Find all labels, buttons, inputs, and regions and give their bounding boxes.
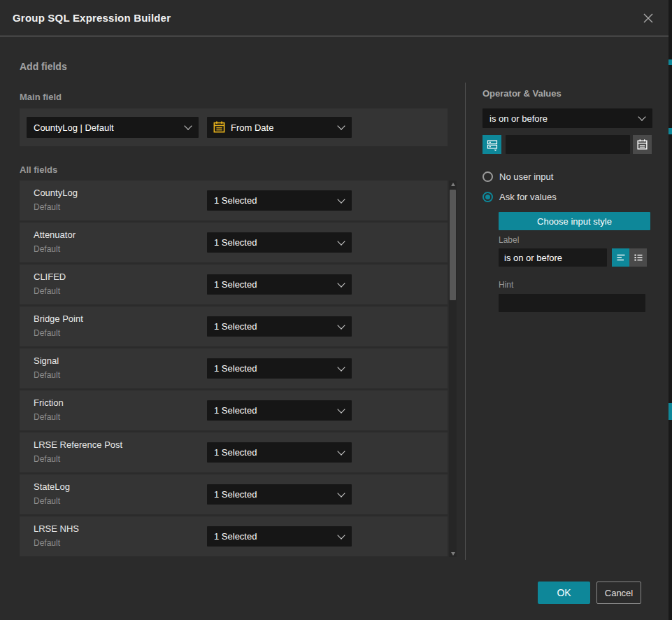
main-field-heading: Main field [20, 92, 62, 102]
field-selection-select[interactable]: 1 Selected [207, 526, 352, 547]
field-selection-value: 1 Selected [214, 531, 257, 542]
field-row: Friction Default 1 Selected [20, 390, 448, 430]
radio-no-user-input-label: No user input [499, 171, 553, 182]
plain-text-style-button[interactable] [612, 248, 629, 267]
scrollbar-thumb[interactable] [450, 190, 456, 300]
field-selection-value: 1 Selected [214, 321, 257, 332]
all-fields-list: CountyLog Default 1 Selected Attenuator … [20, 181, 448, 558]
field-name: LRSE Reference Post [34, 439, 122, 450]
scroll-down-arrow[interactable] [449, 550, 457, 557]
field-selection-select[interactable]: 1 Selected [207, 274, 352, 295]
label-field-label: Label [499, 235, 519, 245]
field-name: Bridge Point [34, 313, 83, 324]
field-name: Attenuator [34, 230, 76, 240]
main-layer-select-value: CountyLog | Default [34, 122, 114, 133]
field-row: StateLog Default 1 Selected [20, 474, 448, 514]
chevron-down-icon [337, 447, 345, 455]
group-sql-expression-builder-dialog: Group SQL Expression Builder Add fields … [0, 0, 672, 620]
input-type-icon [486, 139, 499, 151]
chevron-down-icon [337, 321, 345, 329]
list-style-button[interactable] [629, 248, 647, 267]
radio-ask-for-values-label: Ask for values [499, 192, 557, 202]
background-app-edge [669, 0, 672, 620]
operator-select-value: is on or before [489, 113, 548, 124]
field-sublabel: Default [34, 454, 60, 464]
field-sublabel: Default [34, 538, 60, 548]
radio-ask-for-values[interactable]: Ask for values [482, 192, 557, 202]
hint-field-label: Hint [499, 280, 513, 290]
field-row: CountyLog Default 1 Selected [20, 181, 448, 220]
background-app-fragment [669, 403, 672, 420]
radio-selected-icon [482, 192, 493, 202]
field-row: Attenuator Default 1 Selected [20, 223, 448, 262]
align-left-icon [615, 252, 627, 263]
field-selection-value: 1 Selected [214, 363, 257, 374]
main-layer-select[interactable]: CountyLog | Default [27, 117, 199, 138]
ok-button[interactable]: OK [538, 582, 590, 604]
field-name: CountyLog [34, 188, 78, 198]
field-row: Signal Default 1 Selected [20, 348, 448, 388]
radio-no-user-input[interactable]: No user input [482, 171, 553, 182]
panel-divider [465, 83, 466, 560]
calendar-icon [636, 139, 648, 150]
field-name: CLIFED [34, 272, 66, 282]
fields-scrollbar[interactable] [449, 181, 457, 557]
dialog-title: Group SQL Expression Builder [13, 12, 171, 24]
date-picker-button[interactable] [633, 135, 652, 154]
field-selection-select[interactable]: 1 Selected [207, 232, 352, 253]
field-row: LRSE Reference Post Default 1 Selected [20, 432, 448, 472]
chevron-down-icon [337, 122, 345, 129]
field-sublabel: Default [34, 244, 60, 254]
field-selection-value: 1 Selected [214, 447, 257, 458]
field-selection-select[interactable]: 1 Selected [207, 316, 352, 337]
field-sublabel: Default [34, 412, 60, 422]
chevron-down-icon [337, 405, 345, 413]
choose-input-style-button[interactable]: Choose input style [499, 212, 650, 230]
field-selection-select[interactable]: 1 Selected [207, 358, 352, 379]
field-selection-select[interactable]: 1 Selected [207, 442, 352, 463]
scroll-up-arrow[interactable] [449, 181, 457, 188]
chevron-down-icon [337, 363, 345, 371]
cancel-button[interactable]: Cancel [596, 582, 641, 604]
field-selection-select[interactable]: 1 Selected [207, 484, 352, 505]
chevron-down-icon [337, 237, 345, 245]
background-app-fragment [669, 128, 672, 134]
field-sublabel: Default [34, 370, 60, 380]
field-name: LRSE NHS [34, 523, 79, 534]
operator-select[interactable]: is on or before [482, 108, 652, 128]
main-date-field-select[interactable]: From Date [207, 117, 352, 138]
field-name: StateLog [34, 481, 70, 492]
field-selection-value: 1 Selected [214, 489, 257, 500]
main-field-bar: CountyLog | Default From Date [20, 108, 448, 146]
operator-values-heading: Operator & Values [482, 88, 562, 99]
bulleted-list-icon [633, 252, 644, 263]
close-button[interactable] [641, 10, 656, 26]
field-selection-select[interactable]: 1 Selected [207, 400, 352, 421]
field-selection-value: 1 Selected [214, 195, 257, 206]
chevron-down-icon [337, 195, 345, 203]
field-sublabel: Default [34, 328, 60, 338]
field-selection-value: 1 Selected [214, 237, 257, 248]
field-row: CLIFED Default 1 Selected [20, 265, 448, 304]
all-fields-heading: All fields [20, 164, 57, 175]
label-style-toggle [612, 248, 647, 267]
close-icon [642, 12, 655, 24]
field-sublabel: Default [34, 286, 60, 296]
field-sublabel: Default [34, 496, 60, 506]
main-date-field-value: From Date [231, 122, 273, 133]
radio-circle-icon [482, 171, 493, 182]
dialog-titlebar: Group SQL Expression Builder [0, 0, 669, 36]
chevron-down-icon [337, 531, 345, 539]
value-input[interactable] [506, 135, 630, 154]
field-selection-select[interactable]: 1 Selected [207, 190, 352, 211]
field-sublabel: Default [34, 202, 60, 212]
field-selection-value: 1 Selected [214, 405, 257, 416]
field-row: Bridge Point Default 1 Selected [20, 307, 448, 346]
hint-input[interactable] [499, 294, 645, 312]
chevron-down-icon [337, 489, 345, 497]
input-type-button[interactable] [482, 135, 501, 154]
field-name: Signal [34, 355, 59, 366]
add-fields-heading: Add fields [20, 61, 67, 72]
label-input[interactable] [499, 248, 607, 267]
calendar-icon [213, 120, 226, 134]
